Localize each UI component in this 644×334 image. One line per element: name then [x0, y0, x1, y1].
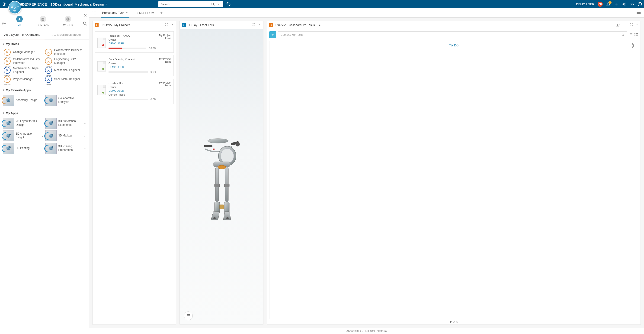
chevron-down-icon[interactable]	[258, 23, 261, 27]
notification-badge: 2	[608, 1, 612, 4]
chevron-down-icon[interactable]	[636, 23, 638, 27]
project-tasks-link[interactable]: My ProjectTasks	[159, 81, 171, 101]
app-label: Assembly Design	[16, 98, 40, 102]
chevron-down-icon[interactable]	[172, 23, 174, 27]
3d-viewer[interactable]: ☰	[180, 29, 263, 324]
chevron-down-icon[interactable]: ⌄	[84, 134, 86, 137]
role-item[interactable]: CATIA Mechanical & Shape Engineer	[4, 67, 44, 74]
project-card[interactable]: Front Fork - NACA Owner DEMO USER 35.0% …	[95, 31, 174, 53]
minimize-icon[interactable]: —	[159, 23, 162, 27]
footer-link[interactable]: About 3DEXPERIENCE platform	[346, 329, 386, 333]
role-label: Collaborative Industry Innovator	[13, 58, 44, 65]
notifications-icon[interactable]: 2	[606, 2, 610, 7]
svg-rect-56	[637, 35, 638, 36]
tab-list-icon[interactable]	[92, 11, 96, 15]
project-tasks-link[interactable]: My ProjectTasks	[159, 58, 171, 74]
grid-view-icon[interactable]	[634, 33, 638, 37]
tab-more-icon[interactable]	[636, 12, 641, 14]
tab-plm-ebom[interactable]: PLM & EBOM	[134, 8, 156, 18]
add-icon[interactable]	[614, 2, 618, 7]
expand-icon[interactable]	[252, 23, 255, 27]
widget-my-projects: e ENOVIA - My Projects — Fro	[92, 21, 176, 325]
chevron-right-icon[interactable]: ❯	[631, 43, 635, 48]
role-item[interactable]: CATIA Mechanical Engineer	[45, 67, 85, 74]
subtab-operations[interactable]: As a System of Operations	[0, 31, 44, 39]
app-item[interactable]: Collaborative Lifecycle	[46, 95, 86, 106]
share-icon[interactable]	[622, 2, 626, 7]
app-item[interactable]: 3D Annotation Insight ⌄	[3, 130, 44, 141]
chevron-down-icon[interactable]: ⌄	[41, 99, 44, 102]
section-my-apps[interactable]: My Apps	[0, 109, 89, 118]
help-icon[interactable]: ?	[638, 2, 642, 7]
svg-rect-31	[204, 145, 212, 147]
chevron-down-icon[interactable]: ⌄	[41, 134, 44, 137]
add-task-button[interactable]: +	[269, 31, 276, 38]
tab-project-task[interactable]: Project and Task	[101, 8, 130, 18]
minimize-icon[interactable]: —	[246, 23, 249, 27]
project-thumbnail	[98, 85, 106, 95]
progress-bar	[108, 99, 148, 100]
widget-head-3dplay: 3DPlay - Front Fork —	[180, 21, 263, 29]
sidebar-search-icon[interactable]	[83, 21, 87, 26]
minimize-icon[interactable]: —	[624, 23, 626, 27]
3ds-logo[interactable]	[2, 2, 8, 7]
viewer-menu-icon[interactable]: ☰	[184, 311, 193, 320]
chevron-down-icon[interactable]: ⌄	[84, 122, 86, 125]
app-item[interactable]: 3D Markup ⌄	[46, 130, 86, 141]
svg-point-38	[218, 165, 226, 169]
expand-icon[interactable]	[165, 23, 168, 27]
scope-world[interactable]: WORLD	[63, 16, 72, 27]
search-dropdown-icon[interactable]	[217, 3, 223, 5]
app-item[interactable]: 3D Printing ⌄	[3, 143, 44, 154]
brand-app: 3DDashboard	[50, 2, 73, 6]
list-view-icon[interactable]	[629, 33, 633, 37]
expand-icon[interactable]	[630, 23, 633, 27]
context-input[interactable]: Context: My Tasks	[278, 31, 627, 38]
app-item[interactable]: Assembly Design ⌄	[3, 95, 44, 106]
person-icon[interactable]	[616, 23, 620, 27]
app-item[interactable]: 3D Printing Preparation ⌄	[46, 143, 86, 154]
scope-me-label: ME	[18, 24, 21, 27]
compass[interactable]: 3D V V.R	[8, 1, 21, 14]
svg-rect-42	[224, 184, 229, 187]
project-card[interactable]: Door Opening Concept Owner DEMO USER 0.0…	[95, 55, 174, 76]
pager-dot-2[interactable]	[453, 321, 455, 323]
tag-icon[interactable]	[226, 2, 231, 7]
project-tasks-link[interactable]: My ProjectTasks	[159, 34, 171, 50]
todo-header[interactable]: To Do ❯	[270, 41, 638, 50]
close-sidebar-icon[interactable]: ×	[84, 12, 87, 19]
svg-rect-52	[636, 33, 637, 34]
role-item[interactable]: ENOVIA Project Manager	[4, 76, 44, 83]
dashboard-dropdown[interactable]: Mechanical Design	[75, 2, 107, 6]
role-item[interactable]: 3DS Collaborative Business Innovator	[45, 49, 85, 56]
section-fav-apps[interactable]: My Favorite Apps	[0, 86, 89, 95]
role-item[interactable]: ENOVIA Engineering BOM Manager	[45, 58, 85, 65]
subtab-business[interactable]: As a Business Model	[44, 31, 89, 39]
app-item[interactable]: 3D Annotation Experience ⌄	[46, 118, 86, 129]
search-icon[interactable]	[622, 34, 624, 37]
compass-vr-label: V.R	[14, 10, 16, 12]
scope-world-label: WORLD	[63, 24, 72, 27]
chevron-down-icon[interactable]: ⌄	[41, 147, 44, 150]
section-my-roles[interactable]: My Roles	[0, 40, 89, 49]
global-search[interactable]	[158, 1, 223, 7]
gear-icon[interactable]	[2, 21, 6, 26]
role-item[interactable]: ENOVIA Collaborative Industry Innovator	[4, 58, 44, 65]
project-card[interactable]: Gearbox Dev Owner DEMO USER Current Phas…	[95, 79, 174, 104]
app-icon	[3, 95, 14, 106]
pager-dot-3[interactable]	[456, 321, 458, 323]
search-input[interactable]	[158, 3, 211, 6]
role-item[interactable]: CATIA SheetMetal Designer	[45, 76, 85, 83]
add-tab-icon[interactable]: +	[160, 11, 163, 15]
user-name[interactable]: DEMO USER	[576, 3, 594, 6]
role-item[interactable]: ENOVIA Change Manager	[4, 49, 44, 56]
chevron-down-icon[interactable]: ⌄	[41, 122, 44, 125]
home-icon[interactable]: Ƴ✦	[630, 2, 634, 7]
app-item[interactable]: 2D Layout for 3D Design ⌄	[3, 118, 44, 129]
chevron-down-icon[interactable]: ⌄	[84, 147, 86, 150]
pager-dot-1[interactable]	[450, 321, 452, 323]
scope-me[interactable]: ME	[16, 16, 23, 27]
search-icon[interactable]	[211, 3, 217, 6]
scope-company[interactable]: COMPANY	[37, 16, 50, 27]
user-avatar[interactable]: OU	[598, 2, 603, 7]
